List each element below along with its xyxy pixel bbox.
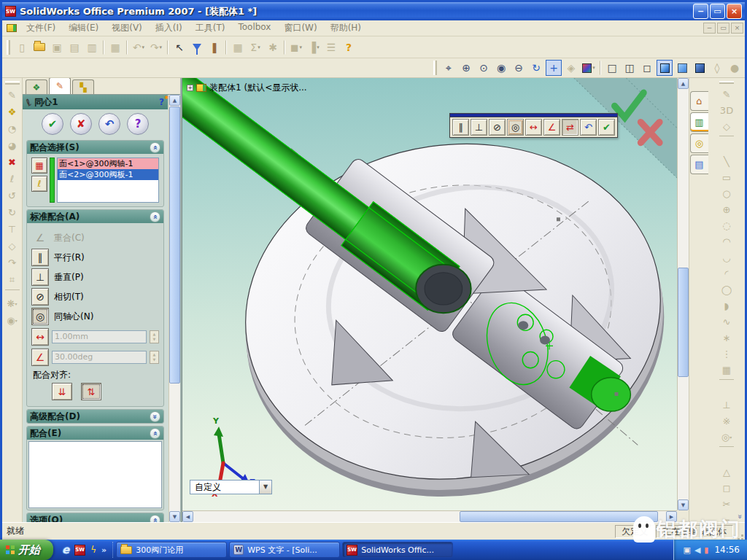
select-other-button[interactable]: ❚▾ [206, 39, 222, 55]
zoom-out-button[interactable]: ⊖▾ [511, 60, 527, 76]
task-pane-toggle-button[interactable]: ▐▾ [306, 39, 322, 55]
move-component-button[interactable]: ◇▾ [4, 238, 21, 254]
mate-perpendicular[interactable]: ⊥ 垂直(P) [31, 268, 159, 286]
curvature-button[interactable]: ●▾ [727, 60, 743, 76]
clock[interactable]: 14:56 [714, 545, 740, 555]
assembly-tree-item[interactable]: 装配体1 (默认<显示状... [209, 82, 307, 94]
scroll-down-button[interactable]: ▼ [169, 511, 180, 522]
perspective-button[interactable]: ◊▾ [709, 60, 725, 76]
taskpane-tab-home[interactable]: ⌂ [690, 91, 708, 111]
featuremanager-tab[interactable]: ❖ [26, 79, 47, 94]
section-header[interactable]: 标准配合(A) » [27, 210, 163, 223]
toolbar-button[interactable]: ▾ [167, 40, 169, 55]
insert-components-button[interactable]: ❖▾ [4, 104, 21, 120]
toolbar-button[interactable]: ▾ [103, 40, 104, 55]
scrollbar-thumb[interactable] [169, 106, 180, 384]
new-document-button[interactable]: ▯▾ [14, 39, 30, 55]
line-button[interactable]: ╲▾ [718, 153, 735, 169]
toolbar-grip[interactable] [7, 40, 10, 55]
section-view-button[interactable]: ▾ [581, 60, 597, 76]
perimeter-circle-button[interactable]: ◌▾ [718, 217, 735, 233]
configurationmanager-tab[interactable]: ▚ [72, 79, 94, 94]
ellipse-button[interactable]: ◯▾ [718, 281, 735, 298]
resize-grip[interactable] [735, 525, 745, 538]
tray-icon-audio[interactable]: ▣ [683, 546, 690, 554]
smart-fasteners-button[interactable]: ⌗▾ [4, 271, 21, 288]
trim-entities-button[interactable]: ✂▾ [718, 496, 735, 512]
zoom-area-button[interactable]: ⊕▾ [458, 60, 474, 76]
mate-coincident[interactable]: ∠ 重合(C) [31, 229, 159, 246]
view-toolbar-button[interactable]: ▾ [600, 61, 601, 75]
scrollbar-thumb[interactable] [678, 268, 689, 377]
display-relations-button[interactable]: ※▾ [718, 413, 735, 429]
ctx-flip-alignment-button[interactable]: ⇄ [562, 119, 578, 136]
scroll-down-button[interactable]: ▼ [678, 499, 689, 510]
rotate-component-button[interactable]: ↷▾ [4, 254, 21, 271]
centerpoint-arc-button[interactable]: ◠▾ [718, 233, 735, 249]
smart-dimension-button[interactable]: ◇▾ [718, 118, 735, 134]
smart-mate-button[interactable]: ↺▾ [4, 187, 21, 204]
offset-entities-button[interactable]: ◻▾ [718, 480, 735, 496]
cancel-button[interactable]: ✘ [70, 113, 92, 135]
menu-item[interactable]: 工具(T) [189, 20, 232, 36]
menu-item[interactable]: 插入(I) [149, 20, 189, 36]
dropdown-arrow-icon[interactable]: ▼ [260, 480, 272, 494]
ctx-accept-button[interactable]: ✔ [598, 119, 615, 136]
taskbar-item-solidworks[interactable]: SW SolidWorks Offic... [342, 542, 453, 558]
circle-button[interactable]: ⊕▾ [718, 201, 735, 217]
scroll-up-button[interactable]: ▲ [169, 95, 180, 106]
collapse-chevron-icon[interactable]: » [150, 142, 160, 153]
collapse-chevron-icon[interactable]: » [150, 515, 160, 523]
mate-concentric[interactable]: ◎ 同轴心(N) [31, 308, 159, 325]
shaded-button[interactable]: ▾ [674, 60, 690, 76]
graphics-viewport[interactable]: + 装配体1 (默认<显示状... ∥⊥⊘◎↔∠⇄↶✔ [182, 78, 689, 522]
shaded-with-edges-button[interactable]: ▾ [657, 60, 673, 76]
zoom-in-out-button[interactable]: ⊙▾ [476, 60, 492, 76]
selected-face-item[interactable]: 面<2>@300阀板-1 [58, 169, 158, 180]
make-assembly-button[interactable]: ▥▾ [84, 39, 100, 55]
mdi-control-button[interactable]: − [703, 23, 716, 34]
hatch-button[interactable]: ▦▾ [718, 362, 735, 378]
toolbar-overflow-icon[interactable]: » [735, 514, 743, 518]
make-drawing-button[interactable]: ▤▾ [66, 39, 82, 55]
ctx-tangent-button[interactable]: ⊘ [489, 119, 506, 136]
ctx-concentric-button[interactable]: ◎ [507, 119, 524, 136]
minimize-button[interactable]: − [693, 4, 708, 19]
ok-button[interactable]: ✔ [42, 113, 63, 135]
hidden-lines-visible-button[interactable]: ◫▾ [622, 60, 638, 76]
pan-button[interactable]: +▾ [546, 60, 562, 76]
zoom-to-fit-button[interactable]: ⌖▾ [441, 60, 457, 76]
entities-to-mate-button[interactable]: ▦ [31, 158, 47, 174]
simulation-button[interactable]: ◉▾ [4, 312, 21, 329]
quick-launch-overflow-icon[interactable]: » [101, 545, 107, 555]
taskpane-tab-resources[interactable]: ▥ [690, 112, 708, 132]
aligned-button[interactable]: ⇊ [52, 383, 72, 400]
wireframe-button[interactable]: □▾ [604, 60, 620, 76]
menu-item[interactable]: 帮助(H) [324, 20, 368, 36]
rotate-tool-button[interactable]: ↻▾ [4, 204, 21, 221]
help-icon[interactable]: ?✱ [159, 97, 164, 107]
menu-item[interactable]: 窗口(W) [277, 20, 323, 36]
redo-button[interactable]: ↷▾ [148, 39, 164, 55]
hidden-components-button[interactable]: ◔▾ [4, 120, 21, 137]
view-orientation-dropdown[interactable]: 自定义 ▼ [190, 480, 272, 494]
ctx-perpendicular-button[interactable]: ⊥ [471, 119, 487, 136]
hidden-lines-removed-button[interactable]: ◻▾ [639, 60, 655, 76]
open-button[interactable]: ▾ [31, 39, 47, 55]
viewport-vscrollbar[interactable]: ▲ ▼ [677, 78, 689, 510]
mirror-entities-button[interactable]: ◎▾ [718, 429, 735, 445]
tray-icon-flag[interactable]: ▮ [704, 546, 708, 554]
centerline-button[interactable]: ⋮▾ [718, 346, 735, 362]
scroll-left-button[interactable]: ◀ [182, 511, 193, 522]
quicklaunch-solidworks[interactable]: SW [74, 545, 85, 556]
select-tool-button[interactable]: ↖▾ [171, 39, 187, 55]
mates-listbox[interactable] [28, 441, 162, 508]
polygon-button[interactable]: ○▾ [718, 185, 735, 201]
toolbar-grip[interactable] [5, 81, 20, 85]
distance-spinner[interactable]: ▲▼ [150, 330, 159, 343]
pushpin-icon[interactable]: ℓ [23, 96, 34, 108]
propertymanager-tab[interactable]: ✎ [49, 78, 71, 94]
mate-selection-list[interactable]: 面<1>@300阀轴-1面<2>@300阀板-1 [57, 158, 159, 203]
ctx-angle-button[interactable]: ∠ [543, 119, 560, 136]
angle-spinner[interactable]: ▲▼ [150, 351, 159, 364]
